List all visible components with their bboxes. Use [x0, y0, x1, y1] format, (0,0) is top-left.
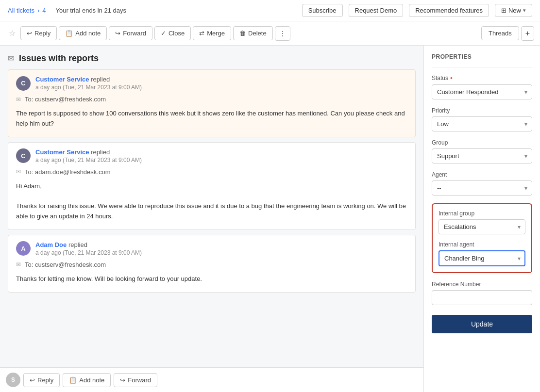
divider [432, 67, 532, 67]
status-field: Status • Customer Responded Open Pending… [432, 74, 532, 99]
more-options-button[interactable]: ⋮ [275, 26, 290, 41]
priority-select[interactable]: Low Medium High Urgent [432, 116, 532, 131]
add-note-button[interactable]: 📋 Add note [59, 26, 107, 40]
agent-select-wrapper: -- Agent 1 Agent 2 [432, 180, 532, 196]
internal-agent-select[interactable]: Chandler Bing Agent A Agent B [439, 250, 525, 266]
reply-button[interactable]: ↩ Reply [20, 26, 57, 40]
trial-text: Your trial ends in 21 days [55, 7, 126, 14]
merge-button[interactable]: ⇄ Merge [193, 26, 231, 40]
message-to: ✉ To: custserv@freshdesk.com [8, 259, 415, 270]
chevron-down-icon: ▾ [523, 7, 526, 14]
forward-bottom-icon: ↪ [120, 376, 125, 384]
close-label: Close [169, 30, 185, 37]
priority-select-wrapper: Low Medium High Urgent [432, 116, 532, 131]
new-icon: ⊞ [501, 7, 506, 14]
to-address: To: custserv@freshdesk.com [25, 261, 106, 268]
star-button[interactable]: ☆ [6, 27, 18, 40]
merge-label: Merge [207, 30, 225, 37]
message-card: C Customer Service replied a day ago (Tu… [8, 142, 416, 230]
reply-label: Reply [34, 30, 51, 37]
group-select-wrapper: Support Sales Billing [432, 148, 532, 163]
merge-icon: ⇄ [199, 30, 204, 37]
email-icon: ✉ [8, 54, 14, 63]
group-field: Group Support Sales Billing [432, 139, 532, 163]
message-meta: Customer Service replied a day ago (Tue,… [35, 148, 407, 163]
properties-sidebar: PROPERTIES Status • Customer Responded O… [423, 46, 540, 392]
reference-number-input[interactable] [432, 290, 532, 305]
message-time: a day ago (Tue, 21 Mar 2023 at 9:00 AM) [35, 84, 407, 91]
email-small-icon: ✉ [16, 168, 21, 175]
note-icon: 📋 [65, 30, 73, 37]
sender-action: replied [91, 148, 110, 156]
group-select[interactable]: Support Sales Billing [432, 148, 532, 163]
avatar: S [6, 373, 20, 387]
avatar: A [16, 241, 31, 256]
internal-group-label: Internal group [439, 210, 525, 217]
message-to: ✉ To: custserv@freshdesk.com [8, 94, 415, 105]
recommended-features-button[interactable]: Recommended features [409, 4, 489, 17]
email-small-icon: ✉ [16, 261, 21, 268]
ticket-count: 4 [42, 7, 46, 14]
internal-agent-label: Internal agent [439, 241, 525, 248]
sender-action: replied [91, 76, 110, 83]
delete-icon: 🗑 [239, 30, 246, 37]
message-card: A Adam Doe replied a day ago (Tue, 21 Ma… [8, 235, 416, 293]
forward-bottom-button[interactable]: ↪ Forward [114, 373, 157, 387]
forward-button[interactable]: ↪ Forward [109, 26, 152, 40]
close-icon: ✓ [161, 30, 166, 37]
message-body: The report is supposed to show 100 conve… [8, 105, 415, 137]
message-meta: Adam Doe replied a day ago (Tue, 21 Mar … [35, 241, 407, 256]
reply-icon: ↩ [27, 30, 32, 37]
avatar: C [16, 76, 31, 91]
breadcrumb: All tickets › 4 [8, 7, 46, 14]
subscribe-button[interactable]: Subscribe [302, 4, 343, 17]
new-label: New [508, 7, 521, 14]
sender-name: Customer Service [35, 148, 89, 156]
delete-button[interactable]: 🗑 Delete [233, 26, 273, 40]
agent-field: Agent -- Agent 1 Agent 2 [432, 171, 532, 196]
ticket-title-row: ✉ Issues with reports [8, 53, 416, 69]
internal-group-box: Internal group Escalations Support Sales… [432, 203, 532, 273]
internal-group-field: Internal group Escalations Support Sales [439, 210, 525, 234]
reply-bottom-button[interactable]: ↩ Reply [23, 373, 60, 387]
agent-label: Agent [432, 171, 532, 178]
new-button[interactable]: ⊞ New ▾ [495, 4, 532, 17]
message-time: a day ago (Tue, 21 Mar 2023 at 9:00 AM) [35, 157, 407, 163]
internal-agent-select-wrapper: Chandler Bing Agent A Agent B [439, 250, 525, 266]
required-indicator: • [450, 74, 453, 82]
message-body: Thanks for letting me know. Will be look… [8, 270, 415, 292]
message-meta: Customer Service replied a day ago (Tue,… [35, 76, 407, 91]
request-demo-button[interactable]: Request Demo [349, 4, 404, 17]
message-time: a day ago (Tue, 21 Mar 2023 at 9:00 AM) [35, 249, 407, 256]
update-button[interactable]: Update [432, 315, 532, 333]
main-layout: ✉ Issues with reports C Customer Service… [0, 46, 540, 392]
email-small-icon: ✉ [16, 96, 21, 103]
internal-group-select[interactable]: Escalations Support Sales [439, 219, 525, 234]
bottom-action-bar: S ↩ Reply 📋 Add note ↪ Forward [0, 367, 423, 392]
forward-icon: ↪ [115, 30, 120, 37]
status-label: Status • [432, 74, 532, 82]
forward-label: Forward [123, 30, 146, 37]
forward-bottom-label: Forward [128, 376, 151, 384]
add-note-bottom-button[interactable]: 📋 Add note [63, 373, 111, 387]
conversation-wrapper: ✉ Issues with reports C Customer Service… [0, 46, 423, 392]
conversation-scroll: ✉ Issues with reports C Customer Service… [0, 46, 423, 367]
message-header: C Customer Service replied a day ago (Tu… [8, 143, 415, 166]
message-body: Hi Adam,Thanks for raising this issue. W… [8, 178, 415, 229]
action-bar: ☆ ↩ Reply 📋 Add note ↪ Forward ✓ Close ⇄… [0, 21, 540, 46]
threads-button[interactable]: Threads [481, 26, 519, 40]
agent-select[interactable]: -- Agent 1 Agent 2 [432, 180, 532, 196]
priority-field: Priority Low Medium High Urgent [432, 107, 532, 131]
group-label: Group [432, 139, 532, 146]
add-note-label: Add note [75, 30, 101, 37]
message-header: A Adam Doe replied a day ago (Tue, 21 Ma… [8, 235, 415, 259]
breadcrumb-separator: › [37, 7, 39, 14]
status-select[interactable]: Customer Responded Open Pending Resolved… [432, 84, 532, 99]
all-tickets-link[interactable]: All tickets [8, 7, 34, 14]
message-to: ✉ To: adam.doe@freshdesk.com [8, 166, 415, 178]
add-thread-button[interactable]: + [521, 26, 534, 41]
note-bottom-icon: 📋 [69, 376, 77, 384]
close-button[interactable]: ✓ Close [154, 26, 191, 40]
reply-bottom-label: Reply [37, 376, 53, 384]
delete-label: Delete [248, 30, 267, 37]
